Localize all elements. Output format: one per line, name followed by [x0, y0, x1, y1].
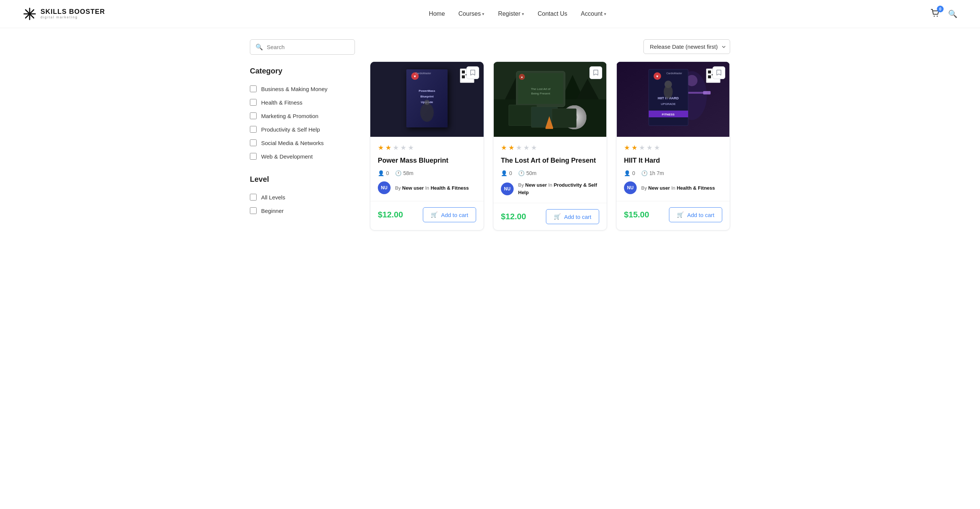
filter-social-checkbox[interactable] — [250, 140, 257, 146]
author-row-2: NU By New user In Productivity & Self He… — [501, 181, 599, 196]
svg-text:♥: ♥ — [656, 74, 659, 78]
site-header: SKILLS BOOSTER digital marketing Home Co… — [0, 0, 980, 28]
card-footer-2: $12.00 🛒 Add to cart — [493, 203, 607, 230]
add-to-cart-button-1[interactable]: 🛒 Add to cart — [423, 207, 476, 222]
card-body-1: ★ ★ ★ ★ ★ Power Mass Blueprint 👤 0 🕐 — [370, 137, 484, 201]
by-label: By — [395, 185, 402, 191]
clock-icon: 🕐 — [518, 170, 525, 176]
students-meta: 👤 0 — [378, 170, 389, 176]
filter-health-checkbox[interactable] — [250, 99, 257, 106]
search-input[interactable] — [267, 44, 349, 50]
star-filled: ★ — [378, 144, 384, 152]
star-empty: ★ — [516, 144, 522, 152]
level-title: Level — [250, 175, 355, 184]
bookmark-button-1[interactable] — [466, 67, 479, 79]
svg-rect-62 — [708, 75, 711, 78]
students-count: 0 — [386, 170, 389, 176]
sort-select[interactable]: Release Date (newest first) Release Date… — [643, 40, 730, 54]
filter-beginner[interactable]: Beginner — [250, 204, 355, 217]
cart-icon: 🛒 — [431, 211, 438, 218]
nav-account[interactable]: Account ▾ — [581, 11, 606, 17]
star-empty: ★ — [408, 144, 414, 152]
star-empty: ★ — [531, 144, 537, 152]
clock-icon: 🕐 — [641, 170, 648, 176]
search-icon: 🔍 — [256, 43, 263, 51]
product-card: The Lost Art of Being Present — [493, 62, 607, 230]
star-filled: ★ — [632, 144, 638, 152]
nav-courses[interactable]: Courses ▾ — [458, 11, 485, 17]
logo-brand: SKILLS BOOSTER — [41, 8, 105, 16]
add-to-cart-button-2[interactable]: 🛒 Add to cart — [546, 209, 599, 224]
filter-social[interactable]: Social Media & Networks — [250, 136, 355, 149]
product-image-1: ♥ PowerMass Blueprint U — [370, 62, 484, 137]
products-grid: ♥ PowerMass Blueprint U — [370, 62, 730, 230]
filter-all-levels[interactable]: All Levels — [250, 190, 355, 204]
search-icon[interactable]: 🔍 — [948, 10, 958, 18]
sidebar: 🔍 Category Business & Making Money Healt… — [250, 40, 355, 230]
logo-icon — [22, 7, 37, 21]
filter-all-levels-checkbox[interactable] — [250, 194, 257, 201]
nav-home[interactable]: Home — [429, 11, 445, 17]
svg-rect-53 — [703, 91, 711, 94]
star-filled: ★ — [624, 144, 630, 152]
product-card: ♥ PowerMass Blueprint U — [370, 62, 484, 230]
nav-right: 0 🔍 — [930, 8, 958, 20]
cart-button[interactable]: 0 — [930, 8, 940, 20]
nav-contact[interactable]: Contact Us — [538, 11, 567, 17]
filter-social-label: Social Media & Networks — [261, 140, 324, 146]
star-filled: ★ — [508, 144, 514, 152]
filter-marketing-checkbox[interactable] — [250, 113, 257, 119]
logo[interactable]: SKILLS BOOSTER digital marketing — [22, 7, 105, 21]
bookmark-button-3[interactable] — [713, 67, 725, 79]
author-row-3: NU By New user In Health & Fitness — [624, 181, 722, 194]
star-empty: ★ — [400, 144, 406, 152]
duration-value: 58m — [403, 170, 414, 176]
students-count: 0 — [632, 170, 635, 176]
cart-icon: 🛒 — [554, 213, 561, 220]
students-meta: 👤 0 — [624, 170, 635, 176]
students-icon: 👤 — [624, 170, 630, 176]
star-rating-2: ★ ★ ★ ★ ★ — [501, 144, 599, 152]
filter-beginner-checkbox[interactable] — [250, 207, 257, 214]
product-image-3: ♥ CardioMaster HIIT IT HARD UPGRADE — [616, 62, 730, 137]
svg-text:CardioMaster: CardioMaster — [667, 72, 682, 75]
search-box[interactable]: 🔍 — [250, 40, 355, 55]
filter-marketing[interactable]: Marketing & Promotion — [250, 109, 355, 122]
svg-rect-45 — [546, 127, 553, 129]
svg-text:PowerMass: PowerMass — [419, 89, 436, 93]
filter-productivity-checkbox[interactable] — [250, 126, 257, 133]
add-to-cart-label: Add to cart — [687, 212, 714, 218]
add-to-cart-button-3[interactable]: 🛒 Add to cart — [669, 207, 722, 222]
author-name-1: New user — [402, 185, 424, 191]
svg-point-5 — [937, 16, 938, 17]
filter-health[interactable]: Health & Fitness — [250, 95, 355, 109]
svg-rect-60 — [708, 70, 711, 73]
author-row-1: NU By New user In Health & Fitness — [378, 181, 476, 194]
duration-meta: 🕐 50m — [518, 170, 536, 176]
in-label: In — [548, 182, 554, 188]
author-name-2: New user — [525, 182, 547, 188]
category-name-3: Health & Fitness — [677, 185, 715, 191]
by-label: By — [518, 182, 525, 188]
filter-productivity[interactable]: Productivity & Self Help — [250, 122, 355, 136]
students-icon: 👤 — [378, 170, 384, 176]
filter-health-label: Health & Fitness — [261, 99, 302, 106]
svg-rect-13 — [462, 70, 465, 73]
svg-text:FITNESS: FITNESS — [662, 113, 675, 116]
author-info-3: By New user In Health & Fitness — [641, 184, 715, 192]
filter-web[interactable]: Web & Development — [250, 149, 355, 163]
filter-web-label: Web & Development — [261, 153, 313, 160]
cart-icon: 🛒 — [677, 211, 684, 218]
nav-register[interactable]: Register ▾ — [498, 11, 524, 17]
duration-value: 50m — [527, 170, 536, 176]
filter-web-checkbox[interactable] — [250, 153, 257, 160]
svg-point-22 — [424, 100, 430, 105]
bookmark-button-2[interactable] — [589, 67, 602, 79]
filter-business-checkbox[interactable] — [250, 86, 257, 92]
cart-count: 0 — [937, 6, 943, 13]
svg-point-4 — [934, 16, 935, 17]
star-filled: ★ — [501, 144, 507, 152]
product-card: ♥ CardioMaster HIIT IT HARD UPGRADE — [616, 62, 730, 230]
filter-business[interactable]: Business & Making Money — [250, 82, 355, 95]
filter-productivity-label: Productivity & Self Help — [261, 126, 320, 133]
